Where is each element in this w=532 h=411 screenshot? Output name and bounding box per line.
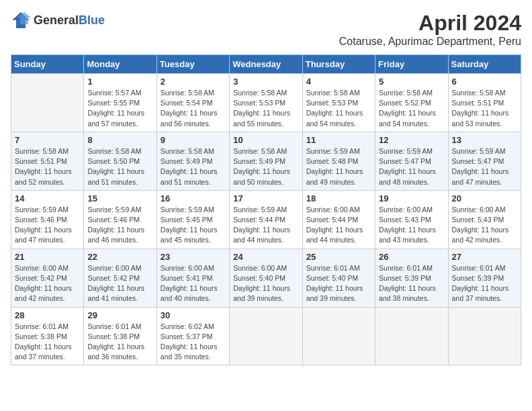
calendar-title: April 2024 xyxy=(339,11,521,36)
calendar-subtitle: Cotaruse, Apurimac Department, Peru xyxy=(339,36,521,48)
day-number: 12 xyxy=(379,135,444,145)
day-cell: 28Sunrise: 6:01 AMSunset: 5:38 PMDayligh… xyxy=(11,307,84,365)
day-number: 9 xyxy=(161,135,226,145)
day-info: Sunrise: 5:59 AMSunset: 5:46 PMDaylight:… xyxy=(15,205,80,246)
day-info: Sunrise: 5:59 AMSunset: 5:47 PMDaylight:… xyxy=(452,146,517,187)
week-row-3: 14Sunrise: 5:59 AMSunset: 5:46 PMDayligh… xyxy=(11,190,521,248)
day-info: Sunrise: 6:00 AMSunset: 5:43 PMDaylight:… xyxy=(452,205,517,246)
day-info: Sunrise: 5:58 AMSunset: 5:50 PMDaylight:… xyxy=(87,146,152,187)
day-info: Sunrise: 5:59 AMSunset: 5:45 PMDaylight:… xyxy=(161,205,226,246)
header: GeneralBlue April 2024 Cotaruse, Apurima… xyxy=(11,11,521,48)
day-cell: 16Sunrise: 5:59 AMSunset: 5:45 PMDayligh… xyxy=(157,190,229,248)
day-number: 28 xyxy=(15,310,80,320)
day-number: 16 xyxy=(161,193,226,203)
day-info: Sunrise: 6:00 AMSunset: 5:41 PMDaylight:… xyxy=(161,263,226,304)
day-cell: 21Sunrise: 6:00 AMSunset: 5:42 PMDayligh… xyxy=(11,248,84,307)
day-cell: 23Sunrise: 6:00 AMSunset: 5:41 PMDayligh… xyxy=(157,248,229,307)
logo: GeneralBlue xyxy=(11,11,105,30)
day-number: 6 xyxy=(452,77,517,87)
day-info: Sunrise: 6:00 AMSunset: 5:44 PMDaylight:… xyxy=(306,205,371,246)
day-info: Sunrise: 5:58 AMSunset: 5:49 PMDaylight:… xyxy=(161,146,226,187)
day-cell: 14Sunrise: 5:59 AMSunset: 5:46 PMDayligh… xyxy=(11,190,84,248)
day-info: Sunrise: 5:58 AMSunset: 5:51 PMDaylight:… xyxy=(15,146,80,187)
day-number: 5 xyxy=(379,77,444,87)
day-info: Sunrise: 6:01 AMSunset: 5:40 PMDaylight:… xyxy=(306,263,371,304)
day-cell: 2Sunrise: 5:58 AMSunset: 5:54 PMDaylight… xyxy=(157,74,229,132)
day-info: Sunrise: 6:01 AMSunset: 5:38 PMDaylight:… xyxy=(87,322,152,363)
day-number: 3 xyxy=(233,77,298,87)
day-info: Sunrise: 5:58 AMSunset: 5:53 PMDaylight:… xyxy=(233,88,298,129)
day-cell: 18Sunrise: 6:00 AMSunset: 5:44 PMDayligh… xyxy=(302,190,375,248)
day-number: 24 xyxy=(233,252,298,262)
day-number: 10 xyxy=(233,135,298,145)
logo-icon xyxy=(11,11,31,30)
day-info: Sunrise: 5:58 AMSunset: 5:51 PMDaylight:… xyxy=(452,88,517,129)
day-cell: 7Sunrise: 5:58 AMSunset: 5:51 PMDaylight… xyxy=(11,132,84,190)
day-number: 18 xyxy=(306,193,371,203)
header-cell-wednesday: Wednesday xyxy=(230,55,302,74)
day-number: 15 xyxy=(87,193,152,203)
day-number: 29 xyxy=(87,310,152,320)
day-cell: 22Sunrise: 6:00 AMSunset: 5:42 PMDayligh… xyxy=(84,248,157,307)
day-cell xyxy=(302,307,375,365)
header-cell-thursday: Thursday xyxy=(302,55,375,74)
day-number: 25 xyxy=(306,252,371,262)
day-cell: 25Sunrise: 6:01 AMSunset: 5:40 PMDayligh… xyxy=(302,248,375,307)
day-cell: 9Sunrise: 5:58 AMSunset: 5:49 PMDaylight… xyxy=(157,132,229,190)
day-cell: 20Sunrise: 6:00 AMSunset: 5:43 PMDayligh… xyxy=(448,190,521,248)
header-cell-friday: Friday xyxy=(375,55,448,74)
day-info: Sunrise: 6:01 AMSunset: 5:39 PMDaylight:… xyxy=(452,263,517,304)
week-row-2: 7Sunrise: 5:58 AMSunset: 5:51 PMDaylight… xyxy=(11,132,521,190)
day-info: Sunrise: 5:59 AMSunset: 5:48 PMDaylight:… xyxy=(306,146,371,187)
day-cell: 10Sunrise: 5:58 AMSunset: 5:49 PMDayligh… xyxy=(230,132,302,190)
day-cell: 29Sunrise: 6:01 AMSunset: 5:38 PMDayligh… xyxy=(84,307,157,365)
day-number: 7 xyxy=(15,135,80,145)
day-info: Sunrise: 5:59 AMSunset: 5:47 PMDaylight:… xyxy=(379,146,444,187)
day-cell: 26Sunrise: 6:01 AMSunset: 5:39 PMDayligh… xyxy=(375,248,448,307)
day-info: Sunrise: 5:58 AMSunset: 5:54 PMDaylight:… xyxy=(161,88,226,129)
day-info: Sunrise: 6:02 AMSunset: 5:37 PMDaylight:… xyxy=(161,322,226,363)
title-section: April 2024 Cotaruse, Apurimac Department… xyxy=(339,11,521,48)
day-cell: 24Sunrise: 6:00 AMSunset: 5:40 PMDayligh… xyxy=(230,248,302,307)
day-number: 17 xyxy=(233,193,298,203)
day-cell: 3Sunrise: 5:58 AMSunset: 5:53 PMDaylight… xyxy=(230,74,302,132)
day-cell: 13Sunrise: 5:59 AMSunset: 5:47 PMDayligh… xyxy=(448,132,521,190)
day-number: 27 xyxy=(452,252,517,262)
day-info: Sunrise: 5:59 AMSunset: 5:46 PMDaylight:… xyxy=(87,205,152,246)
day-cell: 1Sunrise: 5:57 AMSunset: 5:55 PMDaylight… xyxy=(84,74,157,132)
day-cell: 4Sunrise: 5:58 AMSunset: 5:53 PMDaylight… xyxy=(302,74,375,132)
week-row-1: 1Sunrise: 5:57 AMSunset: 5:55 PMDaylight… xyxy=(11,74,521,132)
day-number: 20 xyxy=(452,193,517,203)
day-number: 13 xyxy=(452,135,517,145)
week-row-4: 21Sunrise: 6:00 AMSunset: 5:42 PMDayligh… xyxy=(11,248,521,307)
day-info: Sunrise: 5:59 AMSunset: 5:44 PMDaylight:… xyxy=(233,205,298,246)
header-cell-saturday: Saturday xyxy=(448,55,521,74)
day-cell xyxy=(230,307,302,365)
header-cell-sunday: Sunday xyxy=(11,55,84,74)
day-number: 2 xyxy=(161,77,226,87)
day-info: Sunrise: 5:58 AMSunset: 5:52 PMDaylight:… xyxy=(379,88,444,129)
day-number: 26 xyxy=(379,252,444,262)
day-info: Sunrise: 6:00 AMSunset: 5:42 PMDaylight:… xyxy=(87,263,152,304)
day-number: 21 xyxy=(15,252,80,262)
day-info: Sunrise: 6:01 AMSunset: 5:39 PMDaylight:… xyxy=(379,263,444,304)
day-cell: 5Sunrise: 5:58 AMSunset: 5:52 PMDaylight… xyxy=(375,74,448,132)
week-row-5: 28Sunrise: 6:01 AMSunset: 5:38 PMDayligh… xyxy=(11,307,521,365)
day-cell xyxy=(375,307,448,365)
day-number: 4 xyxy=(306,77,371,87)
header-row: SundayMondayTuesdayWednesdayThursdayFrid… xyxy=(11,55,521,74)
day-number: 1 xyxy=(87,77,152,87)
day-cell: 30Sunrise: 6:02 AMSunset: 5:37 PMDayligh… xyxy=(157,307,229,365)
logo-general: General xyxy=(34,13,79,27)
day-cell: 6Sunrise: 5:58 AMSunset: 5:51 PMDaylight… xyxy=(448,74,521,132)
day-info: Sunrise: 6:01 AMSunset: 5:38 PMDaylight:… xyxy=(15,322,80,363)
day-cell xyxy=(11,74,84,132)
header-cell-tuesday: Tuesday xyxy=(157,55,229,74)
day-info: Sunrise: 6:00 AMSunset: 5:40 PMDaylight:… xyxy=(233,263,298,304)
day-cell xyxy=(448,307,521,365)
day-info: Sunrise: 5:58 AMSunset: 5:53 PMDaylight:… xyxy=(306,88,371,129)
day-cell: 15Sunrise: 5:59 AMSunset: 5:46 PMDayligh… xyxy=(84,190,157,248)
logo-blue: Blue xyxy=(79,13,105,27)
day-number: 8 xyxy=(87,135,152,145)
day-cell: 17Sunrise: 5:59 AMSunset: 5:44 PMDayligh… xyxy=(230,190,302,248)
